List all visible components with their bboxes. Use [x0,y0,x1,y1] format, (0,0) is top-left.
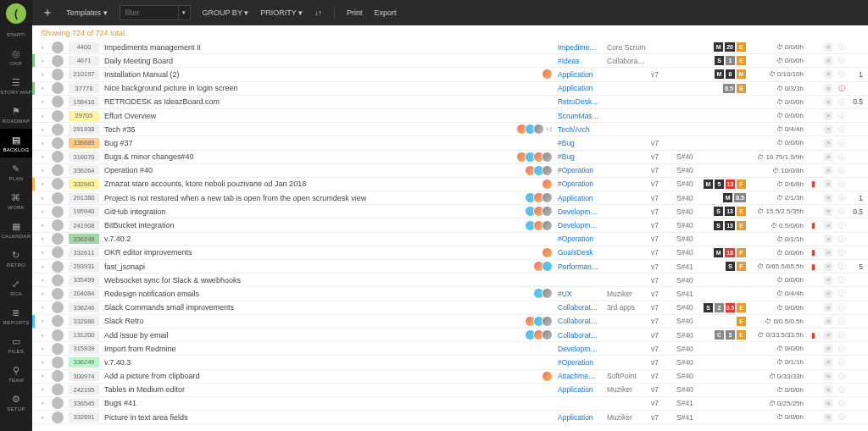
backlog-row[interactable]: ▸336246Slack Commands small improvements… [32,301,868,315]
row-id[interactable]: 336249 [69,357,99,367]
expand-icon[interactable]: ▸ [40,235,47,242]
backlog-row[interactable]: ▸336249v.7.40.3#Operationv7S#40⏱ 0/1/1h≡… [32,356,868,369]
backlog-row[interactable]: ▸4400Impediments management IIImpedime…C… [32,41,868,54]
row-id[interactable]: 336689 [69,138,99,148]
expand-icon[interactable]: ▸ [40,180,47,187]
row-action-icon[interactable]: ≡ [824,248,832,257]
row-id[interactable]: 332886 [69,316,99,326]
row-id[interactable]: 336264 [69,165,99,175]
expand-icon[interactable]: ▸ [40,373,47,379]
rail-item-retro[interactable]: ↻RETRO [0,244,32,273]
row-sprint[interactable]: S#41 [676,399,702,407]
status-dot[interactable] [52,151,64,163]
row-category[interactable]: RetroDesk… [558,97,602,106]
row-epic[interactable]: 3rd apps [607,303,646,312]
expand-icon[interactable]: ▸ [40,44,47,51]
expand-icon[interactable]: ▸ [40,345,47,352]
status-dot[interactable] [52,356,64,368]
row-title[interactable]: Slack Retro [104,317,500,325]
export-link[interactable]: Export [375,8,397,17]
row-version[interactable]: v7 [651,399,671,407]
info-icon[interactable]: ⓘ [837,399,846,408]
expand-icon[interactable]: ▸ [40,249,47,256]
row-title[interactable]: GitHub integration [104,207,500,216]
info-icon[interactable]: ⓘ [837,344,846,353]
status-dot[interactable] [52,178,64,190]
row-id[interactable]: 210197 [69,69,99,80]
info-icon[interactable]: ⓘ [837,221,846,230]
backlog-row[interactable]: ▸241908BitBucket integrationDevelopm…v7S… [32,218,868,232]
status-dot[interactable] [52,274,64,286]
expand-icon[interactable]: ▸ [40,386,47,393]
row-version[interactable]: v7 [651,194,671,202]
row-title[interactable]: v.7.40.3 [104,358,500,367]
status-dot[interactable] [52,41,64,53]
row-action-icon[interactable]: ≡ [824,139,832,147]
backlog-row[interactable]: ▸315939Import from RedmineDevelopm…v7S#4… [32,342,868,356]
row-sprint[interactable]: S#40 [676,152,702,161]
rail-item-backlog[interactable]: ▤BACKLOG [0,129,32,157]
info-icon[interactable]: ⓘ [837,152,846,162]
row-epic[interactable]: Collaborat… [607,57,646,65]
expand-icon[interactable]: ▸ [40,113,47,119]
row-category[interactable]: #UX [558,290,602,298]
row-title[interactable]: fast_jsonapi [104,262,500,271]
expand-icon[interactable]: ▸ [40,290,47,297]
expand-icon[interactable]: ▸ [40,222,47,229]
row-title[interactable]: Add issue by email [104,331,500,340]
backlog-row[interactable]: ▸332611OKR editor improvementsGoalsDeskv… [32,246,868,260]
row-version[interactable]: v7 [651,207,671,216]
backlog-row[interactable]: ▸300974Add a picture from clipboardAttac… [32,370,868,384]
row-title[interactable]: Impediments management II [104,43,500,52]
row-category[interactable]: Collaborat… [558,317,602,325]
info-icon[interactable]: ⓘ [837,111,846,120]
row-category[interactable]: Impedime… [558,43,602,52]
info-icon[interactable]: ⓘ [837,56,846,65]
row-action-icon[interactable]: ≡ [824,413,832,422]
info-icon[interactable]: ⓘ [837,166,846,175]
backlog-row[interactable]: ▸336264Operation #40#Operationv7S#40⏱ 10… [32,164,868,178]
backlog-row[interactable]: ▸336545Bugs #41v7S#41⏱ 0/25/25h≡ⓘ [32,397,868,411]
row-category[interactable]: #Operation [558,166,602,174]
expand-icon[interactable]: ▸ [40,332,47,339]
info-icon[interactable]: ⓘ [837,357,846,367]
print-link[interactable]: Print [347,8,363,17]
status-dot[interactable] [52,301,64,313]
backlog-row[interactable]: ▸242195Tables in Medium editorApplicatio… [32,384,868,397]
expand-icon[interactable]: ▸ [40,58,47,64]
rail-item-plan[interactable]: ✎PLAN [0,157,32,186]
row-title[interactable]: Add a picture from clipboard [104,372,500,380]
status-dot[interactable] [52,370,64,382]
row-sprint[interactable]: S#40 [676,358,702,367]
row-action-icon[interactable]: ≡ [824,112,832,120]
row-epic[interactable]: Muziker [607,290,646,298]
row-category[interactable]: #Bug [558,152,602,161]
status-dot[interactable] [52,233,64,245]
row-title[interactable]: Picture in text area fields [104,413,500,422]
row-id[interactable]: 335499 [69,275,99,285]
status-dot[interactable] [52,206,64,218]
groupby-menu[interactable]: GROUP BY ▾ [203,8,249,17]
info-icon[interactable]: ⓘ [837,289,846,298]
row-title[interactable]: Redesign notification emails [104,290,500,298]
backlog-row[interactable]: ▸210197Installation Manual (2)Applicatio… [32,68,868,81]
row-title[interactable]: RETRODESK as IdeazBoard.com [104,97,500,106]
row-version[interactable]: v7 [651,70,671,79]
row-id[interactable]: 242195 [69,384,99,395]
row-category[interactable]: Attachme… [558,372,602,380]
status-dot[interactable] [52,124,64,135]
row-action-icon[interactable]: ≡ [824,290,832,298]
row-category[interactable]: Application [558,413,602,422]
rail-item-okr[interactable]: ◎OKR [0,42,32,71]
row-id[interactable]: 195940 [69,207,99,217]
info-icon[interactable]: ⓘ [837,235,846,244]
rail-item-files[interactable]: ▭FILES [0,330,32,359]
status-dot[interactable] [52,384,64,395]
backlog-row[interactable]: ▸291938Tech #35+1Tech/Arch⏱ 0/4/4h≡ⓘ [32,123,868,136]
row-action-icon[interactable]: ≡ [824,125,832,134]
row-action-icon[interactable]: ≡ [824,372,832,380]
info-icon[interactable]: ⓘ [837,372,846,381]
row-sprint[interactable]: S#40 [676,180,702,188]
row-action-icon[interactable]: ≡ [824,152,832,161]
info-icon[interactable]: ⓘ [837,275,846,285]
